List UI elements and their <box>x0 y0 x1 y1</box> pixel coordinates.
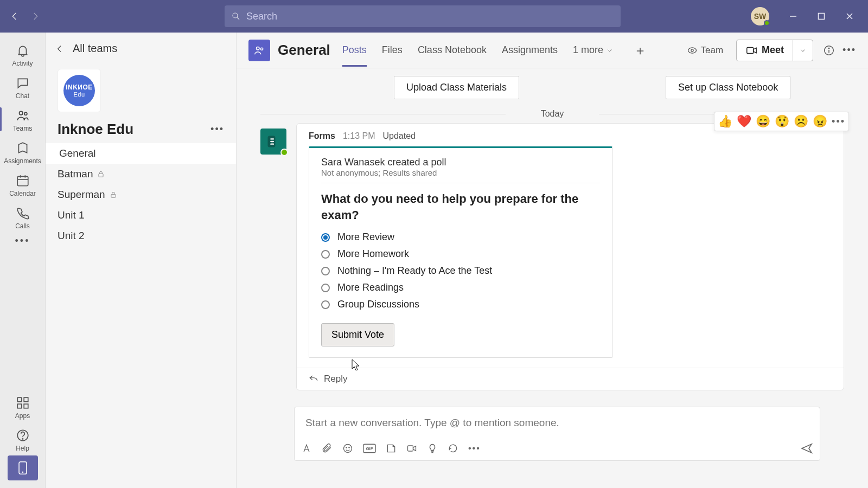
rail-help[interactable]: Help <box>0 423 45 455</box>
reaction-angry[interactable]: 😠 <box>813 114 827 129</box>
tab-more[interactable]: 1 more <box>573 34 613 67</box>
rail-calendar[interactable]: Calendar <box>0 168 45 201</box>
search-bar[interactable] <box>225 5 621 27</box>
channel-list: General Batman Superman Unit 1 Unit 2 <box>46 143 236 246</box>
rail-label: Teams <box>13 125 32 132</box>
option-label: Nothing – I'm Ready to Ace the Test <box>337 265 492 277</box>
team-visibility-button[interactable]: Team <box>679 42 731 59</box>
rail-mobile-button[interactable] <box>8 455 38 480</box>
meet-main-button[interactable]: Meet <box>737 40 793 61</box>
reply-icon <box>309 374 318 384</box>
channel-label: Unit 2 <box>58 230 85 242</box>
loop-button[interactable] <box>448 443 458 454</box>
info-button[interactable] <box>823 44 835 56</box>
team-logo-subtext: Edu <box>73 91 85 98</box>
channel-batman[interactable]: Batman <box>46 164 236 184</box>
poll-option-1[interactable]: More Homework <box>321 248 600 260</box>
team-header: Inknoe Edu ••• <box>46 118 236 143</box>
rail-assignments[interactable]: Assignments <box>0 136 45 168</box>
channel-label: General <box>59 147 96 159</box>
send-icon <box>800 442 813 455</box>
minimize-button[interactable] <box>779 2 807 30</box>
submit-vote-button[interactable]: Submit Vote <box>321 323 394 346</box>
poll-option-0[interactable]: More Review <box>321 232 600 243</box>
poll-option-4[interactable]: Group Discussions <box>321 299 600 310</box>
channel-sidebar: All teams INKИOE Edu Inknoe Edu ••• Gene… <box>46 33 237 488</box>
svg-point-30 <box>828 48 829 48</box>
meet-button: Meet <box>736 40 813 61</box>
svg-point-35 <box>349 447 349 448</box>
team-logo[interactable]: INKИOE Edu <box>58 69 101 112</box>
team-logo-text: INKИOE <box>66 84 93 91</box>
reaction-surprised[interactable]: 😲 <box>775 114 789 129</box>
attach-button[interactable] <box>322 443 333 454</box>
tab-posts[interactable]: Posts <box>342 34 367 67</box>
rail-chat[interactable]: Chat <box>0 70 45 103</box>
back-button[interactable] <box>4 6 25 27</box>
emoji-button[interactable] <box>342 443 353 454</box>
channel-general[interactable]: General <box>46 143 236 164</box>
tab-files[interactable]: Files <box>382 34 403 67</box>
svg-point-17 <box>22 439 23 439</box>
rail-teams[interactable]: Teams <box>0 103 45 136</box>
svg-point-23 <box>260 48 263 50</box>
rail-more[interactable]: ••• <box>0 233 45 250</box>
composer-input[interactable] <box>295 407 820 439</box>
lock-icon <box>97 170 105 178</box>
format-button[interactable] <box>301 443 312 454</box>
meet-label: Meet <box>762 44 784 56</box>
header-more-button[interactable]: ••• <box>843 44 856 56</box>
search-icon <box>231 11 241 21</box>
maximize-button[interactable] <box>807 2 835 30</box>
team-more-button[interactable]: ••• <box>210 124 224 135</box>
divider <box>321 183 600 183</box>
video-icon <box>745 44 757 56</box>
svg-point-19 <box>22 472 23 473</box>
reaction-like[interactable]: 👍 <box>718 114 732 129</box>
reaction-heart[interactable]: ❤️ <box>737 114 751 129</box>
poll-privacy: Not anonymous; Results shared <box>321 168 600 177</box>
rail-apps[interactable]: Apps <box>0 390 45 423</box>
presence-dot <box>280 149 288 156</box>
rail-calls[interactable]: Calls <box>0 201 45 233</box>
meet-now-button[interactable] <box>406 443 417 454</box>
close-window-button[interactable] <box>835 2 864 30</box>
calendar-icon <box>16 174 30 188</box>
rail-activity[interactable]: Activity <box>0 38 45 70</box>
channel-unit2[interactable]: Unit 2 <box>46 226 236 246</box>
upload-class-materials-button[interactable]: Upload Class Materials <box>394 76 519 99</box>
reaction-more[interactable]: ••• <box>832 116 845 127</box>
rail-label: Chat <box>16 92 29 100</box>
message-composer: GIF ••• <box>294 407 820 461</box>
tab-class-notebook[interactable]: Class Notebook <box>418 34 487 67</box>
user-avatar[interactable]: SW <box>751 7 769 25</box>
forward-button[interactable] <box>25 6 46 27</box>
gif-button[interactable]: GIF <box>363 443 376 454</box>
composer-more[interactable]: ••• <box>468 444 481 453</box>
tab-assignments[interactable]: Assignments <box>502 34 558 67</box>
all-teams-link[interactable]: All teams <box>46 37 236 60</box>
reaction-sad[interactable]: ☹️ <box>794 114 808 129</box>
search-input[interactable] <box>245 10 614 23</box>
bell-icon <box>16 43 30 57</box>
reply-button[interactable]: Reply <box>297 368 844 390</box>
add-tab-button[interactable]: ＋ <box>634 42 647 59</box>
send-button[interactable] <box>800 442 813 455</box>
help-icon <box>16 428 30 442</box>
setup-class-notebook-button[interactable]: Set up Class Notebook <box>666 76 790 99</box>
meet-dropdown-button[interactable] <box>793 43 813 58</box>
sticker-button[interactable] <box>386 443 397 454</box>
app-rail: Activity Chat Teams Assignments Calendar… <box>0 33 46 488</box>
emoji-icon <box>342 443 353 454</box>
rail-label: Calendar <box>9 190 36 197</box>
option-label: More Homework <box>337 248 409 260</box>
reaction-laugh[interactable]: 😄 <box>756 114 770 129</box>
poll-option-2[interactable]: Nothing – I'm Ready to Ace the Test <box>321 265 600 277</box>
svg-rect-3 <box>819 14 825 20</box>
praise-button[interactable] <box>427 443 438 454</box>
channel-unit1[interactable]: Unit 1 <box>46 205 236 226</box>
channel-superman[interactable]: Superman <box>46 184 236 205</box>
svg-rect-13 <box>24 397 28 402</box>
paperclip-icon <box>322 443 333 454</box>
poll-option-3[interactable]: More Readings <box>321 282 600 293</box>
